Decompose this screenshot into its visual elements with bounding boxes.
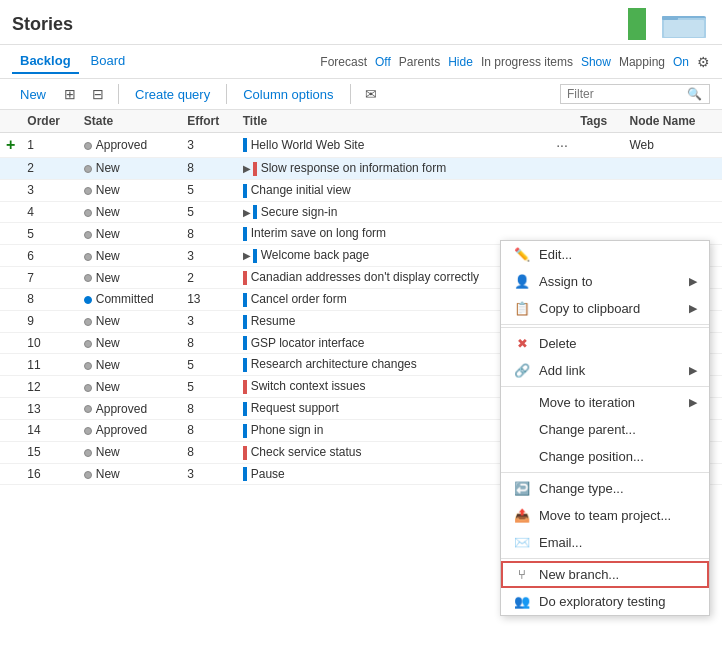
row-state: New xyxy=(78,354,181,376)
effort-bar xyxy=(243,271,247,285)
menu-item-icon: 🔗 xyxy=(513,363,531,378)
table-row: 2New8▶Slow response on information form xyxy=(0,158,722,180)
tab-board[interactable]: Board xyxy=(83,49,134,74)
col-order[interactable]: Order xyxy=(21,110,77,133)
new-button[interactable]: New xyxy=(12,84,54,105)
add-icon[interactable]: + xyxy=(6,136,15,153)
row-add-cell xyxy=(0,158,21,180)
menu-item-delete[interactable]: ✖Delete xyxy=(501,330,709,357)
title-text: Change initial view xyxy=(251,183,351,197)
menu-item-icon: 👥 xyxy=(513,594,531,609)
state-label: New xyxy=(96,380,120,394)
effort-bar xyxy=(243,402,247,416)
row-effort: 3 xyxy=(181,133,237,158)
menu-item-change-position[interactable]: Change position... xyxy=(501,443,709,470)
menu-item-copy-clipboard[interactable]: 📋Copy to clipboard▶ xyxy=(501,295,709,322)
state-label: Approved xyxy=(96,402,147,416)
menu-item-label: Move to iteration xyxy=(539,395,635,410)
tab-backlog[interactable]: Backlog xyxy=(12,49,79,74)
row-context-menu-trigger[interactable] xyxy=(550,179,574,201)
row-effort: 3 xyxy=(181,463,237,485)
collapse-button[interactable]: ⊟ xyxy=(86,83,110,105)
row-title[interactable]: Hello World Web Site xyxy=(237,133,550,158)
expand-icon[interactable]: ▶ xyxy=(243,207,251,218)
state-label: New xyxy=(96,271,120,285)
col-effort[interactable]: Effort xyxy=(181,110,237,133)
state-dot xyxy=(84,296,92,304)
menu-item-assign-to[interactable]: 👤Assign to▶ xyxy=(501,268,709,295)
create-query-button[interactable]: Create query xyxy=(127,84,218,105)
forecast-value[interactable]: Off xyxy=(375,55,391,69)
row-title[interactable]: Change initial view xyxy=(237,179,550,201)
mapping-value[interactable]: On xyxy=(673,55,689,69)
col-tags[interactable]: Tags xyxy=(574,110,623,133)
row-add-cell xyxy=(0,179,21,201)
state-label: New xyxy=(96,467,120,481)
menu-item-label: Copy to clipboard xyxy=(539,301,640,316)
row-state: New xyxy=(78,441,181,463)
in-progress-value[interactable]: Show xyxy=(581,55,611,69)
row-effort: 3 xyxy=(181,310,237,332)
state-label: Approved xyxy=(96,423,147,437)
row-state: Approved xyxy=(78,133,181,158)
parents-value[interactable]: Hide xyxy=(448,55,473,69)
effort-bar xyxy=(243,424,247,438)
menu-item-edit[interactable]: ✏️Edit... xyxy=(501,241,709,268)
state-dot xyxy=(84,165,92,173)
row-add-cell xyxy=(0,245,21,267)
row-order: 3 xyxy=(21,179,77,201)
col-title[interactable]: Title xyxy=(237,110,550,133)
add-child-button[interactable]: ⊞ xyxy=(58,83,82,105)
expand-icon[interactable]: ▶ xyxy=(243,250,251,261)
menu-item-move-team[interactable]: 📤Move to team project... xyxy=(501,502,709,529)
row-context-menu-trigger[interactable] xyxy=(550,158,574,180)
col-add xyxy=(0,110,21,133)
menu-item-label: Delete xyxy=(539,336,577,351)
search-icon: 🔍 xyxy=(687,87,702,101)
effort-bar xyxy=(243,184,247,198)
column-options-button[interactable]: Column options xyxy=(235,84,341,105)
state-dot xyxy=(84,209,92,217)
backlog-table-container: Order State Effort Title Tags Node Name … xyxy=(0,110,722,636)
title-text: Research architecture changes xyxy=(251,357,417,371)
row-order: 4 xyxy=(21,201,77,223)
row-state: New xyxy=(78,201,181,223)
row-context-menu-trigger[interactable]: ··· xyxy=(550,133,574,158)
filter-input[interactable] xyxy=(567,87,687,101)
page-title: Stories xyxy=(12,14,73,35)
menu-item-change-parent[interactable]: Change parent... xyxy=(501,416,709,443)
effort-bar xyxy=(243,227,247,241)
row-effort: 5 xyxy=(181,354,237,376)
menu-separator xyxy=(501,327,709,328)
row-effort: 8 xyxy=(181,419,237,441)
menu-item-change-type[interactable]: ↩️Change type... xyxy=(501,475,709,502)
menu-item-new-branch[interactable]: ⑂New branch... xyxy=(501,561,709,588)
row-context-menu-trigger[interactable] xyxy=(550,201,574,223)
row-title[interactable]: ▶Secure sign-in xyxy=(237,201,550,223)
email-button[interactable]: ✉ xyxy=(359,83,383,105)
col-state[interactable]: State xyxy=(78,110,181,133)
table-row: +1Approved3Hello World Web Site···Web xyxy=(0,133,722,158)
ellipsis-icon[interactable]: ··· xyxy=(556,137,568,153)
row-state: New xyxy=(78,332,181,354)
title-text: Request support xyxy=(251,401,339,415)
menu-item-label: Change type... xyxy=(539,481,624,496)
menu-item-add-link[interactable]: 🔗Add link▶ xyxy=(501,357,709,384)
row-state: New xyxy=(78,376,181,398)
menu-item-move-iteration[interactable]: Move to iteration▶ xyxy=(501,389,709,416)
submenu-arrow: ▶ xyxy=(689,364,697,377)
settings-icon[interactable]: ⚙ xyxy=(697,54,710,70)
state-label: New xyxy=(96,358,120,372)
row-order: 1 xyxy=(21,133,77,158)
menu-item-email[interactable]: ✉️Email... xyxy=(501,529,709,556)
effort-bar xyxy=(243,358,247,372)
state-label: New xyxy=(96,336,120,350)
row-title[interactable]: ▶Slow response on information form xyxy=(237,158,550,180)
menu-item-exploratory[interactable]: 👥Do exploratory testing xyxy=(501,588,709,615)
col-node[interactable]: Node Name xyxy=(624,110,723,133)
expand-icon[interactable]: ▶ xyxy=(243,163,251,174)
svg-rect-2 xyxy=(662,16,678,20)
table-row: 3New5Change initial view xyxy=(0,179,722,201)
folder-icon xyxy=(662,8,710,40)
row-effort: 8 xyxy=(181,398,237,420)
